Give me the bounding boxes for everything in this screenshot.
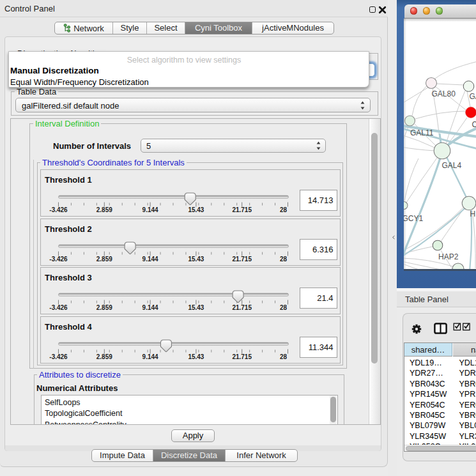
svg-text:-3.426: -3.426 xyxy=(49,304,68,311)
svg-text:2.859: 2.859 xyxy=(96,206,112,213)
svg-text:21.715: 21.715 xyxy=(232,353,252,360)
svg-text:2.859: 2.859 xyxy=(96,353,112,360)
svg-text:9.144: 9.144 xyxy=(142,256,158,263)
svg-text:21.715: 21.715 xyxy=(232,304,252,311)
svg-text:GA: GA xyxy=(470,92,476,101)
svg-text:15.43: 15.43 xyxy=(188,353,204,360)
svg-text:15.43: 15.43 xyxy=(188,304,204,311)
svg-text:21.715: 21.715 xyxy=(232,256,252,263)
svg-text:28: 28 xyxy=(279,206,287,213)
svg-text:2.859: 2.859 xyxy=(96,304,112,311)
svg-text:HI: HI xyxy=(470,210,476,219)
svg-text:28: 28 xyxy=(279,353,287,360)
svg-text:GAL4: GAL4 xyxy=(442,161,462,170)
svg-text:9.144: 9.144 xyxy=(142,206,158,213)
svg-text:15.43: 15.43 xyxy=(188,256,204,263)
svg-text:9.144: 9.144 xyxy=(142,304,158,311)
svg-text:9.144: 9.144 xyxy=(142,353,158,360)
svg-text:C: C xyxy=(472,120,476,129)
svg-text:-3.426: -3.426 xyxy=(49,353,68,360)
svg-text:GAL11: GAL11 xyxy=(410,128,434,137)
svg-text:2.859: 2.859 xyxy=(96,256,112,263)
svg-text:-3.426: -3.426 xyxy=(49,206,68,213)
svg-text:GAL80: GAL80 xyxy=(432,89,456,98)
svg-text:GCY1: GCY1 xyxy=(404,214,424,223)
svg-text:28: 28 xyxy=(279,304,287,311)
svg-text:-3.426: -3.426 xyxy=(49,256,68,263)
svg-text:15.43: 15.43 xyxy=(188,206,204,213)
svg-text:21.715: 21.715 xyxy=(232,206,252,213)
svg-text:28: 28 xyxy=(279,256,287,263)
svg-text:HAP2: HAP2 xyxy=(438,252,459,261)
